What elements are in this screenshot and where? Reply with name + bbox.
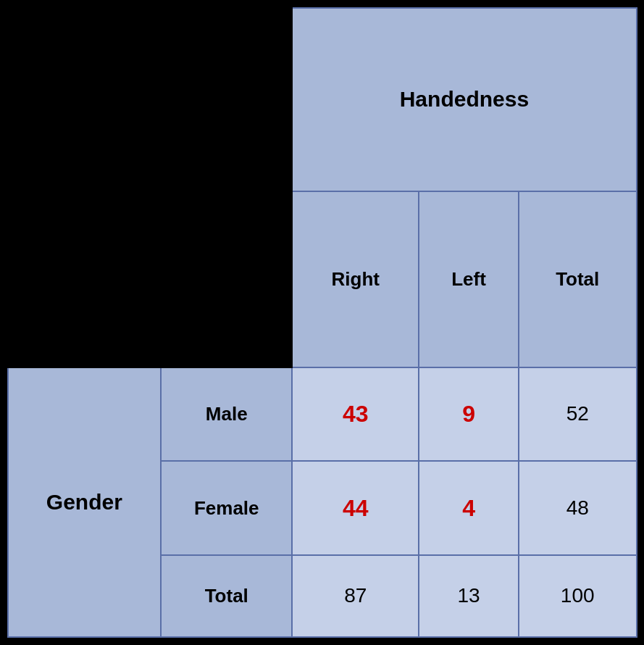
- row-header-female: Female: [161, 461, 292, 555]
- col-header-right: Right: [292, 191, 419, 367]
- col-header-left: Left: [419, 191, 519, 367]
- total-total: 100: [519, 555, 637, 637]
- total-left: 13: [419, 555, 519, 637]
- male-left: 9: [419, 367, 519, 462]
- male-total: 52: [519, 367, 637, 462]
- female-left: 4: [419, 461, 519, 555]
- female-right: 44: [292, 461, 419, 555]
- row-header-total: Total: [161, 555, 292, 637]
- male-right: 43: [292, 367, 419, 462]
- total-right: 87: [292, 555, 419, 637]
- row-header-male: Male: [161, 367, 292, 462]
- handedness-header: Handedness: [292, 8, 636, 191]
- gender-label: Gender: [8, 367, 162, 637]
- col-header-total: Total: [519, 191, 637, 367]
- female-total: 48: [519, 461, 637, 555]
- black-top-left: [8, 8, 162, 367]
- black-top-left2: [161, 8, 292, 367]
- crosstab-table: Handedness Right Left Total Gender Male: [7, 7, 637, 638]
- row-male: Gender Male 43 9 52: [8, 367, 637, 462]
- table-container: Handedness Right Left Total Gender Male: [0, 0, 644, 645]
